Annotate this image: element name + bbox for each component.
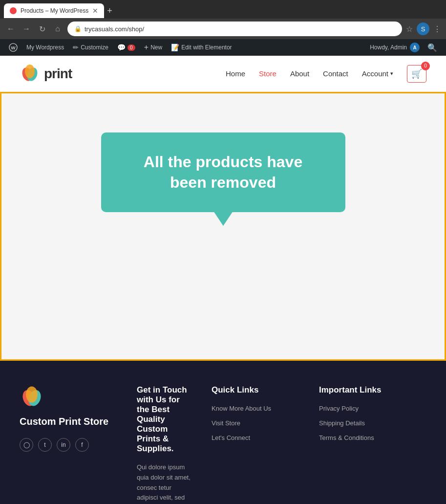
nav-contact[interactable]: Contact: [323, 69, 348, 78]
footer-logo-icon: [20, 385, 44, 410]
footer-logo-svg: [20, 385, 44, 410]
lock-icon: 🔒: [74, 25, 82, 32]
howdy-text: Howdy, Admin A: [366, 43, 424, 52]
wp-comments-item[interactable]: 💬 0: [113, 39, 139, 56]
quick-links-title: Quick Links: [212, 385, 299, 395]
list-item: Terms & Conditions: [319, 433, 426, 442]
list-item: Know More About Us: [212, 404, 299, 413]
edit-icon: 📝: [171, 44, 179, 51]
list-item: Shipping Details: [319, 418, 426, 427]
list-item: Let's Connect: [212, 433, 299, 442]
footer-quick-links: Quick Links Know More About Us Visit Sto…: [212, 385, 299, 504]
visit-store-link[interactable]: Visit Store: [212, 419, 240, 427]
admin-avatar: A: [410, 43, 420, 52]
site-footer: Custom Print Store ◯ t in f Get in Touch…: [0, 361, 446, 504]
cart-button[interactable]: 🛒 0: [407, 65, 426, 83]
refresh-button[interactable]: ↻: [36, 23, 48, 35]
browser-chrome: Products – My WordPress ✕ + ← → ↻ ⌂ 🔒 tr…: [0, 0, 446, 39]
my-wordpress-label: My Wordpress: [26, 44, 64, 51]
active-tab[interactable]: Products – My WordPress ✕: [4, 3, 104, 18]
tab-close-icon[interactable]: ✕: [92, 7, 98, 15]
tab-bar: Products – My WordPress ✕ +: [0, 0, 446, 19]
wp-logo-icon: W: [9, 43, 18, 52]
know-more-link[interactable]: Know More About Us: [212, 405, 271, 412]
customize-label: Customize: [81, 44, 108, 51]
footer-grid: Custom Print Store ◯ t in f Get in Touch…: [20, 385, 426, 504]
speech-bubble: All the products have been removed: [101, 132, 345, 212]
new-label: New: [150, 44, 162, 51]
url-text: trycasuals.com/shop/: [85, 25, 144, 33]
privacy-policy-link[interactable]: Privacy Policy: [319, 405, 359, 412]
edit-label: Edit with Elementor: [181, 44, 232, 51]
important-links-list: Privacy Policy Shipping Details Terms & …: [319, 404, 426, 442]
browser-toolbar: ← → ↻ ⌂ 🔒 trycasuals.com/shop/ ☆ S ⋮: [0, 19, 446, 39]
nav-about[interactable]: About: [290, 69, 309, 78]
site-header: print Home Store About Contact Account ▾…: [0, 56, 446, 92]
wp-new-item[interactable]: + New: [140, 39, 166, 56]
footer-brand: Custom Print Store ◯ t in f: [20, 385, 117, 504]
svg-point-4: [25, 65, 35, 78]
contact-desc: Qui dolore ipsum quia dolor sit amet, co…: [137, 462, 192, 504]
home-button[interactable]: ⌂: [52, 23, 64, 35]
footer-important-links: Important Links Privacy Policy Shipping …: [319, 385, 426, 504]
logo-text: print: [44, 66, 72, 82]
forward-button[interactable]: →: [21, 23, 32, 35]
toolbar-icons: ☆ S ⋮: [406, 22, 441, 35]
main-content: All the products have been removed: [0, 92, 446, 361]
important-links-title: Important Links: [319, 385, 426, 395]
wp-edit-item[interactable]: 📝 Edit with Elementor: [167, 39, 235, 56]
logo-svg: [20, 64, 40, 84]
list-item: Privacy Policy: [319, 404, 426, 413]
howdy-label: Howdy, Admin: [370, 44, 407, 51]
shipping-details-link[interactable]: Shipping Details: [319, 419, 365, 427]
svg-point-7: [26, 386, 38, 402]
svg-text:W: W: [11, 45, 16, 50]
quick-links-list: Know More About Us Visit Store Let's Con…: [212, 404, 299, 442]
tab-favicon: [10, 7, 17, 14]
account-chevron-icon: ▾: [390, 70, 393, 77]
wp-logo-item[interactable]: W: [5, 39, 21, 56]
instagram-icon[interactable]: ◯: [20, 438, 33, 452]
site-nav: Home Store About Contact Account ▾ 🛒 0: [226, 65, 426, 83]
facebook-icon[interactable]: f: [75, 438, 89, 452]
twitter-icon[interactable]: t: [38, 438, 52, 452]
admin-bar-right: Howdy, Admin A 🔍: [366, 43, 441, 52]
account-label: Account: [362, 69, 388, 78]
wp-search-button[interactable]: 🔍: [424, 43, 441, 52]
customize-icon: ✏: [73, 44, 79, 51]
wp-admin-bar: W My Wordpress ✏ Customize 💬 0 + New 📝 E…: [0, 39, 446, 56]
footer-social: ◯ t in f: [20, 438, 117, 452]
comments-icon: 💬: [117, 44, 126, 51]
main-message: All the products have been removed: [130, 152, 316, 193]
tab-title: Products – My WordPress: [21, 7, 88, 14]
cart-icon: 🛒: [411, 68, 422, 79]
site-logo[interactable]: print: [20, 64, 72, 84]
nav-home[interactable]: Home: [226, 69, 245, 78]
nav-account[interactable]: Account ▾: [362, 69, 393, 78]
wp-customize-item[interactable]: ✏ Customize: [69, 39, 112, 56]
lets-connect-link[interactable]: Let's Connect: [212, 434, 250, 441]
terms-conditions-link[interactable]: Terms & Conditions: [319, 434, 374, 441]
bookmark-button[interactable]: ☆: [406, 24, 413, 34]
logo-icon: [20, 64, 40, 84]
back-button[interactable]: ←: [5, 23, 17, 35]
contact-title: Get in Touch with Us for the Best Qualit…: [137, 385, 192, 454]
comments-badge: 0: [127, 44, 135, 51]
profile-button[interactable]: S: [417, 22, 429, 35]
new-tab-button[interactable]: +: [107, 6, 112, 16]
more-button[interactable]: ⋮: [433, 24, 441, 34]
list-item: Visit Store: [212, 418, 299, 427]
footer-brand-name: Custom Print Store: [20, 416, 117, 427]
wp-my-wordpress-item[interactable]: My Wordpress: [22, 39, 68, 56]
new-icon: +: [144, 43, 149, 52]
linkedin-icon[interactable]: in: [57, 438, 70, 452]
footer-contact: Get in Touch with Us for the Best Qualit…: [137, 385, 192, 504]
nav-store[interactable]: Store: [259, 69, 276, 78]
address-bar[interactable]: 🔒 trycasuals.com/shop/: [67, 22, 402, 36]
cart-count: 0: [421, 62, 430, 70]
